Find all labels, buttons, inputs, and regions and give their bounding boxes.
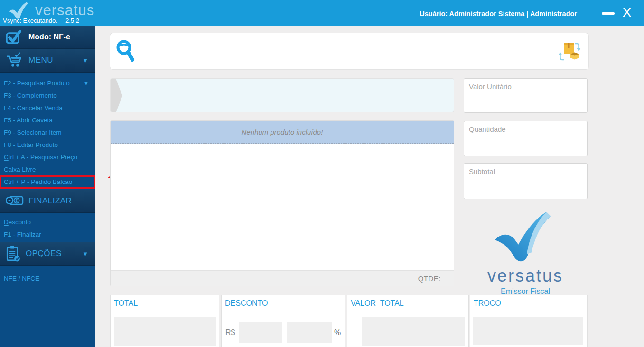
- finalizar-section-title: FINALIZAR: [28, 196, 72, 206]
- mode-label: Modo: NF-e: [28, 33, 70, 41]
- chevron-down-icon: ▼: [84, 77, 89, 90]
- menu-item-pedido-balcao[interactable]: Ctrl + P - Pedido Balcão: [0, 176, 95, 188]
- minimize-button[interactable]: [602, 12, 615, 15]
- finalizar-items: Desconto F1 - Finalizar: [0, 213, 95, 242]
- desconto-valor-input[interactable]: [239, 322, 282, 343]
- money-icon: $: [6, 195, 24, 207]
- opcoes-section-header[interactable]: OPÇÕES ▼: [0, 242, 95, 266]
- versatus-watermark: versatus Emissor Fiscal: [478, 210, 573, 296]
- clipboard-check-icon: [6, 246, 21, 262]
- svg-text:$: $: [16, 198, 18, 203]
- subtotal-field[interactable]: Subtotal: [464, 163, 588, 199]
- menu-item-desconto[interactable]: Desconto: [0, 216, 95, 228]
- menu-item-caixa-livre[interactable]: Caixa Livre: [0, 164, 95, 176]
- menu-item-nfe-nfce[interactable]: NFE / NFCE: [0, 273, 95, 285]
- valor-total-value-display: [362, 317, 465, 346]
- troco-value-display: [473, 317, 583, 345]
- menu-item-pesquisar-produto[interactable]: F2 - Pesquisar Produto ▼: [0, 77, 95, 90]
- valor-total-panel: VALOR TOTAL: [347, 295, 469, 347]
- menu-item-pesquisar-preco[interactable]: Ctrl + A - Pesquisar Preço: [0, 151, 95, 164]
- desconto-panel: DESCONTO R$ %: [221, 295, 345, 347]
- menu-item-abrir-gaveta[interactable]: F5 - Abrir Gaveta: [0, 114, 95, 127]
- valor-total-label: VALOR TOTAL: [351, 299, 404, 308]
- list-footer: QTDE:: [111, 270, 454, 286]
- valor-unitario-field[interactable]: Valor Unitário: [464, 78, 588, 113]
- empty-list-banner: Nenhum produto incluído!: [111, 121, 454, 144]
- menu-item-editar-produto[interactable]: F8 - Editar Produto: [0, 139, 95, 151]
- desconto-percent-input[interactable]: [287, 322, 332, 343]
- close-button[interactable]: X: [622, 4, 632, 21]
- vsync-status: Vsync: Executando.: [3, 17, 57, 24]
- desconto-label: DESCONTO: [225, 299, 268, 308]
- total-label: TOTAL: [114, 299, 138, 308]
- menu-item-selecionar-item[interactable]: F9 - Selecionar Item: [0, 127, 95, 139]
- menu-item-cancelar-venda[interactable]: F4 - Cancelar Venda: [0, 102, 95, 114]
- cart-icon: [6, 52, 24, 68]
- app-version: 2.5.2: [65, 17, 79, 24]
- qtde-label: QTDE:: [418, 274, 441, 283]
- chevron-down-icon: ▼: [82, 250, 88, 257]
- app-logo-text: versatus: [35, 2, 94, 19]
- checkbox-check-icon: [6, 30, 22, 44]
- troco-panel: TROCO: [470, 295, 588, 347]
- watermark-brand: versatus: [478, 266, 573, 286]
- menu-section-header[interactable]: MENU ▼: [0, 49, 95, 73]
- sidebar: Modo: NF-e MENU ▼ F2 - Pesquisar Produto…: [0, 26, 95, 347]
- package-exchange-icon[interactable]: [557, 40, 582, 61]
- troco-label: TROCO: [474, 299, 501, 308]
- product-list: Nenhum produto incluído! QTDE:: [110, 120, 454, 286]
- mode-header: Modo: NF-e: [0, 26, 95, 49]
- empty-list-message: Nenhum produto incluído!: [242, 128, 323, 136]
- product-search-bar: [110, 33, 588, 69]
- currency-label: R$: [225, 329, 235, 337]
- chevron-down-icon: ▼: [82, 57, 88, 64]
- chevron-right-icon: [111, 79, 124, 112]
- menu-section-title: MENU: [28, 55, 53, 65]
- search-icon: [116, 39, 136, 63]
- title-bar: versatus Vsync: Executando. 2.5.2 Usuári…: [0, 0, 644, 26]
- product-name-display: [110, 78, 454, 112]
- percent-label: %: [334, 329, 341, 337]
- menu-items: F2 - Pesquisar Produto ▼ F3 - Complement…: [0, 73, 95, 190]
- product-search-input[interactable]: [143, 33, 551, 69]
- quantidade-field[interactable]: Quantidade: [464, 121, 588, 156]
- total-panel: TOTAL: [110, 295, 219, 347]
- user-info: Usuário: Administrador Sistema | Adminis…: [420, 10, 577, 18]
- menu-item-finalizar[interactable]: F1 - Finalizar: [0, 228, 95, 241]
- versatus-check-icon: [490, 210, 561, 266]
- opcoes-items: NFE / NFCE: [0, 266, 95, 286]
- opcoes-section-title: OPÇÕES: [26, 249, 62, 258]
- finalizar-section-header[interactable]: $ FINALIZAR: [0, 190, 95, 213]
- menu-item-complemento[interactable]: F3 - Complemento: [0, 90, 95, 102]
- total-value-display: [114, 317, 216, 346]
